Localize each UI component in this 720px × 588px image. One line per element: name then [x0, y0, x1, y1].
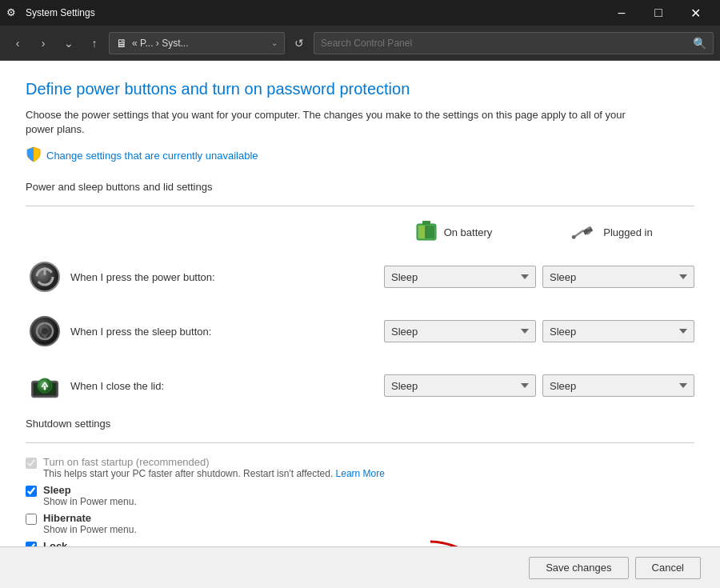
title-bar: ⚙ System Settings – □ ✕	[0, 0, 720, 26]
window-title: System Settings	[26, 7, 603, 18]
power-button-dropdowns: Sleep Do nothing Hibernate Shut down Tur…	[384, 266, 694, 288]
lock-label[interactable]: Lock	[43, 540, 67, 546]
power-button-row: When I press the power button: Sleep Do …	[26, 254, 694, 299]
address-icon: 🖥	[116, 37, 127, 50]
fast-startup-label[interactable]: Turn on fast startup (recommended)	[43, 456, 385, 468]
save-changes-button[interactable]: Save changes	[529, 557, 628, 579]
sleep-sublabel: Show in Power menu.	[43, 496, 137, 507]
power-section-header: Power and sleep buttons and lid settings	[26, 181, 694, 196]
battery-column-label: On battery	[444, 226, 493, 238]
battery-column-header: On battery	[378, 219, 530, 245]
address-dropdown-icon[interactable]: ⌄	[271, 38, 278, 47]
search-input[interactable]	[321, 38, 688, 49]
svg-rect-1	[422, 221, 430, 225]
svg-point-9	[572, 235, 576, 239]
main-content: Define power buttons and turn on passwor…	[0, 61, 720, 588]
plugged-column-header: Plugged in	[536, 224, 688, 240]
power-button-icon	[26, 258, 64, 296]
power-section-divider	[26, 206, 694, 206]
address-path: « P... › Syst...	[132, 38, 266, 49]
page-title: Define power buttons and turn on passwor…	[26, 80, 694, 98]
cancel-button[interactable]: Cancel	[635, 557, 701, 579]
lid-label: When I close the lid:	[64, 380, 384, 392]
plugged-column-label: Plugged in	[603, 226, 652, 238]
fast-startup-checkbox[interactable]	[26, 458, 37, 469]
window-controls: – □ ✕	[603, 0, 714, 26]
change-settings-text: Change settings that are currently unava…	[46, 150, 258, 162]
fast-startup-item: Turn on fast startup (recommended) This …	[26, 456, 694, 479]
sleep-button-battery-select[interactable]: Sleep Do nothing Hibernate Shut down Tur…	[384, 320, 536, 342]
power-button-plugged-select[interactable]: Sleep Do nothing Hibernate Shut down Tur…	[542, 266, 694, 288]
sleep-button-label: When I press the sleep button:	[64, 326, 384, 338]
forward-button[interactable]: ›	[32, 32, 54, 54]
shutdown-section-header: Shutdown settings	[26, 418, 694, 433]
power-button-battery-select[interactable]: Sleep Do nothing Hibernate Shut down Tur…	[384, 266, 536, 288]
svg-rect-20	[44, 386, 46, 390]
refresh-button[interactable]: ↺	[288, 32, 310, 54]
minimize-button[interactable]: –	[603, 0, 640, 26]
hibernate-sublabel: Show in Power menu.	[43, 524, 137, 535]
lock-checkbox[interactable]	[26, 542, 37, 546]
svg-rect-2	[418, 226, 425, 238]
hibernate-checkbox[interactable]	[26, 514, 37, 525]
sleep-button-plugged-select[interactable]: Sleep Do nothing Hibernate Shut down Tur…	[542, 320, 694, 342]
sleep-label[interactable]: Sleep	[43, 484, 137, 496]
close-button[interactable]: ✕	[677, 0, 714, 26]
svg-point-15	[42, 328, 48, 334]
fast-startup-sublabel: This helps start your PC faster after sh…	[43, 468, 385, 479]
shield-icon	[26, 146, 42, 165]
svg-point-10	[30, 262, 59, 291]
back-button[interactable]: ‹	[6, 32, 29, 54]
page-description: Choose the power settings that you want …	[26, 108, 634, 137]
lid-icon	[26, 366, 64, 405]
learn-more-link[interactable]: Learn More	[336, 468, 385, 479]
recent-locations-button[interactable]: ⌄	[58, 32, 80, 54]
app-icon: ⚙	[6, 6, 19, 19]
sleep-item: Sleep Show in Power menu.	[26, 484, 694, 507]
shutdown-section-divider	[26, 442, 694, 443]
battery-icon	[415, 219, 438, 245]
sleep-button-icon	[26, 312, 64, 350]
hibernate-label[interactable]: Hibernate	[43, 512, 137, 524]
hibernate-item: Hibernate Show in Power menu.	[26, 512, 694, 535]
sleep-button-row: When I press the sleep button: Sleep Do …	[26, 309, 694, 354]
search-button[interactable]: 🔍	[693, 37, 706, 50]
lid-dropdowns: Sleep Do nothing Hibernate Shut down Tur…	[384, 374, 694, 397]
lid-row: When I close the lid: Sleep Do nothing H…	[26, 363, 694, 408]
footer-bar: Save changes Cancel	[0, 546, 720, 588]
svg-rect-3	[426, 226, 434, 238]
search-bar[interactable]: 🔍	[314, 32, 714, 54]
up-button[interactable]: ↑	[83, 32, 106, 54]
power-button-label: When I press the power button:	[64, 271, 384, 283]
lid-battery-select[interactable]: Sleep Do nothing Hibernate Shut down Tur…	[384, 374, 536, 397]
address-bar[interactable]: 🖥 « P... › Syst... ⌄	[109, 32, 285, 54]
change-settings-link[interactable]: Change settings that are currently unava…	[26, 146, 694, 165]
maximize-button[interactable]: □	[640, 0, 677, 26]
power-table-headers: On battery Plugged in	[26, 219, 694, 245]
plug-icon	[571, 224, 597, 240]
shutdown-section: Shutdown settings Turn on fast startup (…	[26, 418, 694, 546]
lid-plugged-select[interactable]: Sleep Do nothing Hibernate Shut down Tur…	[542, 374, 694, 397]
svg-rect-12	[44, 267, 46, 275]
lock-item: Lock	[26, 540, 694, 546]
sleep-checkbox[interactable]	[26, 486, 37, 497]
sleep-button-dropdowns: Sleep Do nothing Hibernate Shut down Tur…	[384, 320, 694, 342]
content-area: Define power buttons and turn on passwor…	[0, 61, 720, 546]
nav-bar: ‹ › ⌄ ↑ 🖥 « P... › Syst... ⌄ ↺ 🔍	[0, 26, 720, 61]
